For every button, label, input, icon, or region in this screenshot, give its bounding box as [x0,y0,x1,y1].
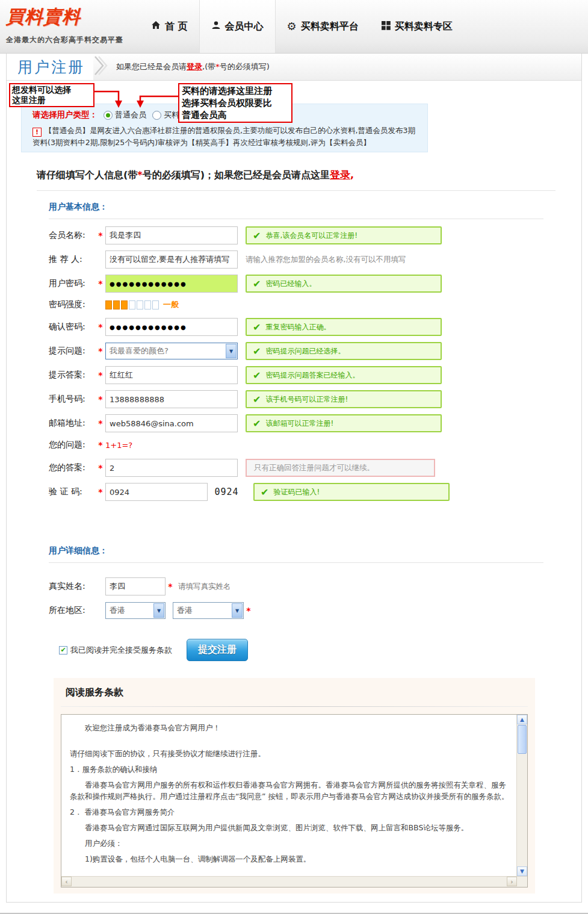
scroll-up-icon[interactable]: ▲ [517,715,527,724]
select-value: 香港 [177,605,193,616]
username-label: 会员名称: [49,230,96,241]
instruction-text: 请仔细填写个人信息(带 [37,169,137,181]
field-row-realname: 真实姓名: * 请填写真实姓名 [49,577,581,595]
top-nav: 首 页 会员中心 ⚙ 买料卖料平台 买料卖料专区 [140,0,464,53]
terms-textarea[interactable]: 欢迎您注册成为香港赛马会官方网用户！ 请仔细阅读下面的协议，只有接受协议才能继续… [61,714,528,888]
annotation-line: 想发料可以选择 [12,85,91,95]
required-star: * [96,418,105,428]
required-star: * [96,231,105,240]
check-icon: ✔ [253,278,261,290]
terms-line: 请仔细阅读下面的协议，只有接受协议才能继续进行注册。 [70,748,510,759]
select-value: 我最喜爱的颜色? [110,346,169,356]
confirm-label: 确认密码: [49,322,96,332]
vertical-scrollbar[interactable]: ▲ ▼ [516,715,527,876]
captcha-image[interactable]: 0924 [214,487,238,497]
submit-button[interactable]: 提交注册 [187,639,248,661]
logo-title: 買料賣料 [6,5,123,30]
captcha-input[interactable] [105,483,208,501]
question-status: ✔ 密码提示问题已经选择。 [246,342,442,360]
region-city-select[interactable]: 香港 ▼ [173,602,244,619]
home-icon [151,20,161,33]
reg-answer-label: 您的答案: [49,462,96,473]
status-text: 密码提示问题已经选择。 [265,346,345,356]
nav-label: 首 页 [165,20,188,33]
field-row-username: 会员名称: * ✔ 恭喜,该会员名可以正常注册! [49,226,581,244]
strength-block-filled [113,300,120,309]
strength-block-filled [105,300,112,309]
terms-main: 欢迎您注册成为香港赛马会官方网用户！ 请仔细阅读下面的协议，只有接受协议才能继续… [61,715,527,876]
reg-answer-input[interactable] [105,459,238,477]
nav-item-member-center[interactable]: 会员中心 [199,0,276,53]
field-row-confirm-password: 确认密码: * ✔ 重复密码输入正确。 [49,318,581,336]
main-panel: 用户注册 如果您已经是会员请登录,(带*号的必须填写) 想发料可以选择 这里注册… [6,54,582,903]
scroll-left-icon[interactable]: ‹ [61,877,72,886]
radio-buyer-member[interactable] [152,111,161,120]
site-header: 買料賣料 全港最大的六合彩高手料交易平臺 首 页 会员中心 ⚙ 买料卖料平台 买… [0,0,588,54]
field-row-email: 邮箱地址: * ✔ 该邮箱可以正常注册! [49,414,581,432]
password-input[interactable] [105,275,238,293]
scrollbar-corner [517,877,527,887]
login-link-2[interactable]: 登录 [330,169,350,181]
chevron-down-icon[interactable]: ▼ [226,344,237,358]
nav-item-zone[interactable]: 买料卖料专区 [370,0,464,53]
required-star: * [96,322,105,332]
login-link[interactable]: 登录 [187,62,202,71]
hint-answer-input[interactable] [105,366,238,384]
referrer-label: 推 荐 人: [49,254,96,265]
agree-label[interactable]: 我已阅读并完全接受服务条款 [70,645,172,656]
vertical-scrollbar-track[interactable] [517,754,527,866]
vertical-scrollbar-thumb[interactable] [518,725,527,754]
field-row-hint-question: 提示问题: * 我最喜爱的颜色? ▼ ✔ 密码提示问题已经选择。 [49,342,581,360]
status-text: 验证码已输入! [273,487,320,497]
field-row-reg-question: 您的问题: * 1+1=? [49,438,581,452]
horizontal-scrollbar-track[interactable] [72,877,507,887]
password-label: 用户密码: [49,278,96,289]
breadcrumb-chevron-icon [93,54,109,79]
hint-question-select[interactable]: 我最喜爱的颜色? ▼ [105,343,238,359]
status-text: 密码已经输入。 [265,279,316,289]
radio-normal-member[interactable] [104,111,113,120]
check-icon: ✔ [253,230,261,241]
password-status: ✔ 密码已经输入。 [246,275,442,293]
divider [49,562,543,563]
annotation-line: 选择买料会员权限要比 [182,97,289,109]
site-logo[interactable]: 買料賣料 全港最大的六合彩高手料交易平臺 [6,5,123,45]
annotation-line: 普通会员高 [182,109,289,121]
annotation-buyer-note: 买料的请选择这里注册 选择买料会员权限要比 普通会员高 [178,83,292,123]
username-input[interactable] [105,226,238,244]
strength-block-empty [144,300,151,309]
agree-row: ✔ 我已阅读并完全接受服务条款 提交注册 [59,639,581,661]
agree-checkbox[interactable]: ✔ [59,646,67,654]
scroll-down-icon[interactable]: ▼ [517,866,527,876]
answer-status: ✔ 密码提示问题答案已经输入。 [246,366,442,384]
chevron-down-icon[interactable]: ▼ [153,603,164,618]
referrer-hint: 请输入推荐您加盟的会员名称,没有可以不用填写 [246,255,406,265]
referrer-input[interactable] [105,250,238,269]
logo-subtitle: 全港最大的六合彩高手料交易平臺 [6,35,123,45]
region-province-select[interactable]: 香港 ▼ [105,602,166,619]
horizontal-scrollbar[interactable]: ‹ › [61,876,527,887]
realname-input[interactable] [105,577,166,595]
required-star: * [166,582,175,591]
chevron-down-icon[interactable]: ▼ [232,603,243,618]
terms-line: 1．服务条款的确认和接纳 [70,763,510,775]
email-input[interactable] [105,414,238,432]
mobile-input[interactable] [105,390,238,408]
check-icon: ✔ [261,487,268,498]
status-text: 重复密码输入正确。 [265,322,330,332]
strength-block-filled [121,300,128,309]
confirm-password-input[interactable] [105,318,238,336]
scroll-right-icon[interactable]: › [507,877,517,886]
section-title-basic: 用户基本信息： [49,202,581,213]
answer-label: 提示答案: [49,370,96,381]
terms-line: 1)购置设备，包括个人电脑一台、调制解调器一个及配备上网装置。 [70,853,510,865]
hint-text: ,(带 [202,62,215,71]
captcha-image-wrap: 0924 [208,487,246,497]
nav-item-platform[interactable]: ⚙ 买料卖料平台 [276,0,370,53]
divider [37,190,556,191]
nav-item-home[interactable]: 首 页 [140,0,199,53]
required-star: * [96,487,105,497]
annotation-line: 买料的请选择这里注册 [182,85,289,97]
instruction-line: 请仔细填写个人信息(带*号的必须填写)；如果您已经是会员请点这里登录, [37,168,581,182]
radio-label-normal[interactable]: 普通会员 [115,110,146,120]
